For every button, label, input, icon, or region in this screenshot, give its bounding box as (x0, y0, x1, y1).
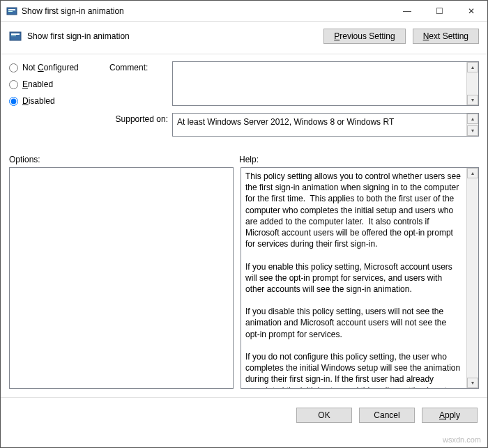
apply-button[interactable]: Apply (422, 408, 478, 423)
radio-enabled[interactable]: Enabled (9, 79, 100, 89)
help-content: This policy setting allows you to contro… (241, 168, 466, 388)
svg-rect-5 (11, 36, 16, 36)
next-setting-button[interactable]: Next Setting (413, 29, 479, 44)
svg-rect-2 (8, 11, 13, 12)
config-area: Not Configured Enabled Disabled Comment:… (1, 54, 487, 146)
scroll-up-icon[interactable]: ▴ (467, 114, 478, 124)
scroll-down-icon[interactable]: ▾ (467, 378, 478, 388)
svg-rect-4 (11, 33, 20, 35)
comment-text[interactable] (173, 62, 466, 105)
radio-not-configured-input[interactable] (9, 63, 18, 72)
help-pane: This policy setting allows you to contro… (241, 167, 479, 389)
comment-label: Comment: (109, 61, 172, 106)
supported-label: Supported on: (109, 113, 172, 137)
lower-panes: This policy setting allows you to contro… (1, 167, 487, 389)
previous-setting-button[interactable]: Previous Setting (323, 29, 405, 44)
supported-box: At least Windows Server 2012, Windows 8 … (172, 113, 479, 137)
scroll-down-icon[interactable]: ▾ (467, 125, 478, 136)
maximize-button[interactable]: ☐ (423, 1, 455, 21)
comment-box[interactable]: ▴ ▾ (172, 61, 479, 106)
policy-title: Show first sign-in animation (27, 31, 323, 41)
supported-text: At least Windows Server 2012, Windows 8 … (173, 114, 466, 136)
options-label: Options: (9, 155, 239, 164)
policy-icon (9, 30, 22, 43)
scroll-down-icon[interactable]: ▾ (467, 95, 478, 105)
cancel-button[interactable]: Cancel (359, 408, 415, 423)
app-icon (6, 6, 17, 17)
options-pane (9, 167, 234, 389)
ok-button[interactable]: OK (296, 408, 352, 423)
help-scrollbar[interactable]: ▴ ▾ (466, 168, 478, 388)
comment-scrollbar[interactable]: ▴ ▾ (466, 62, 478, 105)
window-title: Show first sign-in animation (22, 6, 391, 16)
watermark: wsxdn.com (443, 435, 481, 444)
radio-not-configured[interactable]: Not Configured (9, 63, 100, 72)
title-bar: Show first sign-in animation — ☐ ✕ (1, 1, 487, 22)
radio-disabled-input[interactable] (9, 97, 18, 106)
scroll-up-icon[interactable]: ▴ (467, 168, 478, 178)
state-radio-group: Not Configured Enabled Disabled (9, 61, 100, 144)
options-content (10, 168, 233, 388)
scroll-up-icon[interactable]: ▴ (467, 62, 478, 72)
help-label: Help: (239, 155, 259, 164)
radio-disabled[interactable]: Disabled (9, 96, 100, 106)
radio-enabled-input[interactable] (9, 80, 18, 89)
lower-labels: Options: Help: (1, 146, 487, 167)
dialog-footer: OK Cancel Apply (1, 397, 487, 428)
svg-rect-1 (8, 9, 15, 10)
supported-scrollbar[interactable]: ▴ ▾ (466, 114, 478, 136)
close-button[interactable]: ✕ (455, 1, 487, 21)
header-row: Show first sign-in animation Previous Se… (1, 22, 487, 48)
minimize-button[interactable]: — (391, 1, 423, 21)
